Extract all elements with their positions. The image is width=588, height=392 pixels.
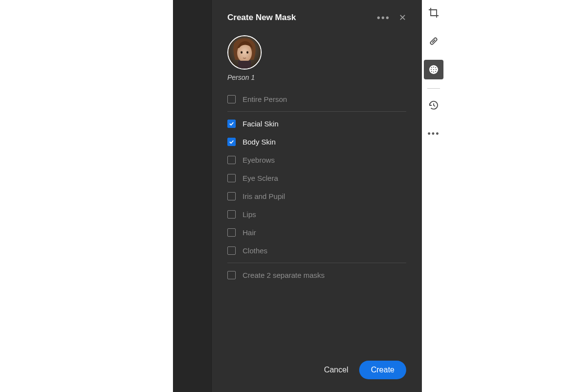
avatar-image (228, 36, 261, 69)
panel-header: Create New Mask ••• ✕ (227, 13, 406, 23)
checkbox[interactable] (227, 210, 236, 219)
option-lips[interactable]: Lips (227, 205, 406, 223)
option-iris-and-pupil[interactable]: Iris and Pupil (227, 187, 406, 205)
option-entire-person[interactable]: Entire Person (227, 90, 406, 108)
svg-point-15 (433, 72, 434, 73)
option-label: Lips (243, 210, 256, 219)
checkbox[interactable] (227, 138, 236, 146)
toolbar-separator (427, 88, 440, 89)
svg-point-13 (436, 69, 437, 70)
svg-point-14 (431, 71, 432, 72)
healing-icon[interactable] (424, 31, 443, 51)
checkbox[interactable] (227, 156, 236, 164)
app-frame: Create New Mask ••• ✕ (173, 0, 422, 392)
create-mask-panel: Create New Mask ••• ✕ (211, 0, 422, 392)
canvas-area (173, 0, 211, 392)
svg-rect-4 (238, 61, 251, 69)
close-icon[interactable]: ✕ (399, 13, 406, 22)
svg-point-10 (435, 67, 436, 68)
option-clothes[interactable]: Clothes (227, 242, 406, 260)
option-eye-sclera[interactable]: Eye Sclera (227, 169, 406, 187)
option-label: Entire Person (243, 95, 287, 103)
option-label: Hair (243, 228, 256, 237)
panel-header-actions: ••• ✕ (377, 13, 406, 23)
more-options-icon[interactable]: ••• (377, 13, 390, 23)
checkbox[interactable] (227, 174, 236, 182)
option-body-skin[interactable]: Body Skin (227, 133, 406, 151)
svg-point-8 (431, 67, 432, 68)
checkbox[interactable] (227, 246, 236, 255)
checkbox[interactable] (227, 95, 236, 103)
checkbox[interactable] (227, 120, 236, 128)
history-icon[interactable] (424, 96, 443, 115)
svg-point-9 (433, 67, 434, 68)
cancel-button[interactable]: Cancel (324, 366, 348, 374)
mask-options: Entire Person Facial SkinBody SkinEyebro… (227, 90, 406, 284)
option-label: Iris and Pupil (243, 192, 285, 200)
person-label: Person 1 (227, 74, 406, 81)
option-hair[interactable]: Hair (227, 223, 406, 242)
panel-title: Create New Mask (227, 13, 296, 23)
svg-point-11 (431, 69, 432, 70)
option-facial-skin[interactable]: Facial Skin (227, 115, 406, 133)
option-separate-masks[interactable]: Create 2 separate masks (227, 266, 406, 284)
svg-point-2 (241, 51, 243, 54)
more-icon[interactable]: ••• (424, 124, 443, 144)
create-button[interactable]: Create (359, 361, 406, 379)
svg-point-3 (246, 51, 248, 54)
option-label: Eyebrows (243, 156, 275, 164)
option-label: Clothes (243, 246, 268, 255)
panel-footer: Cancel Create (227, 361, 406, 379)
person-avatar[interactable] (227, 35, 262, 70)
option-eyebrows[interactable]: Eyebrows (227, 151, 406, 169)
svg-point-16 (435, 71, 436, 72)
option-label: Body Skin (243, 138, 276, 146)
right-toolbar: ••• (422, 0, 445, 392)
divider (227, 263, 406, 263)
checkbox[interactable] (227, 192, 236, 200)
option-label: Eye Sclera (243, 174, 278, 182)
masking-icon[interactable] (424, 60, 443, 79)
crop-icon[interactable] (424, 3, 443, 23)
divider (227, 111, 406, 112)
person-block: Person 1 (227, 35, 406, 81)
svg-point-12 (433, 69, 434, 70)
option-label: Create 2 separate masks (243, 271, 325, 279)
checkbox[interactable] (227, 271, 236, 279)
checkbox[interactable] (227, 228, 236, 237)
option-label: Facial Skin (243, 120, 278, 128)
